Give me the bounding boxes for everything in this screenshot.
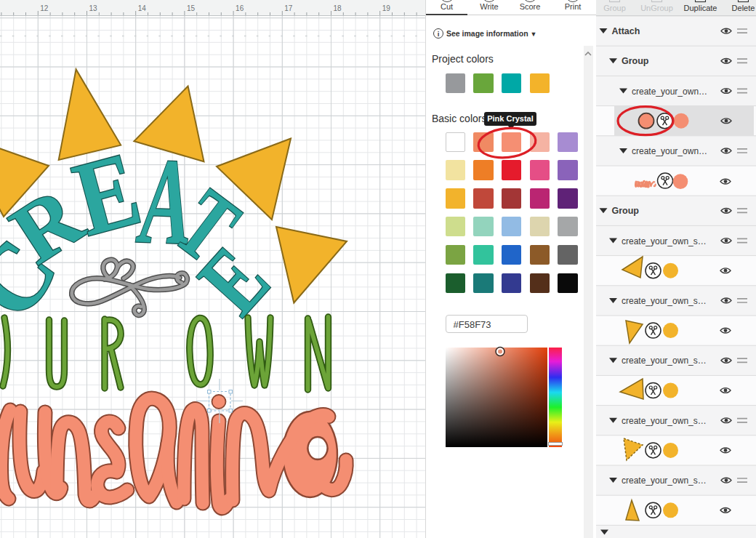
svg-text:14: 14 (138, 4, 147, 12)
svg-text:create_your_own_s…: create_your_own_s… (622, 416, 707, 426)
svg-text:13: 13 (89, 4, 98, 12)
svg-text:Attach: Attach (612, 26, 640, 36)
svg-text:19: 19 (382, 4, 391, 12)
svg-text:Group: Group (603, 4, 626, 12)
svg-text:create_your_own_s…: create_your_own_s… (622, 236, 707, 246)
svg-text:12: 12 (40, 4, 49, 12)
svg-text:Group: Group (622, 56, 649, 66)
svg-text:create_your_own_s…: create_your_own_s… (622, 475, 707, 486)
svg-text:18: 18 (334, 4, 342, 12)
svg-text:create_your_own_s…: create_your_own_s… (622, 296, 707, 306)
svg-text:create_your_own_s…: create_your_own_s… (622, 356, 707, 366)
svg-text:17: 17 (284, 4, 293, 12)
svg-text:16: 16 (236, 4, 244, 12)
svg-text:Group: Group (612, 206, 640, 216)
svg-text:Duplicate: Duplicate (684, 4, 717, 12)
svg-text:15: 15 (187, 4, 196, 12)
svg-text:UnGroup: UnGroup (640, 4, 673, 12)
svg-text:create_your_own…: create_your_own… (632, 87, 707, 97)
svg-text:Delete: Delete (732, 4, 755, 12)
svg-text:create_your_own…: create_your_own… (632, 146, 707, 156)
